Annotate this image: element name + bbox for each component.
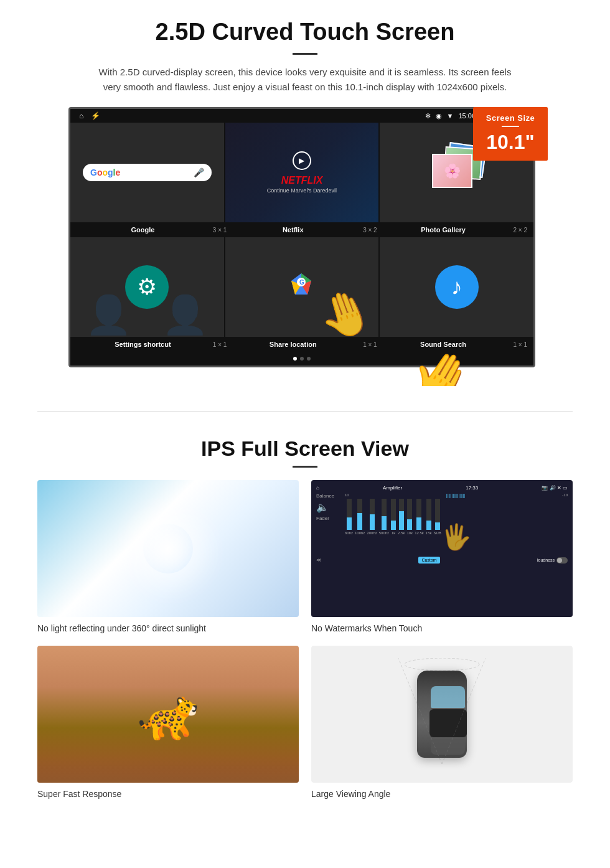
screen-size-badge: Screen Size 10.1" [473,107,548,161]
loudness-label: loudness [537,558,555,562]
netflix-content: ▶ NETFLIX Continue Marvel's Daredevil [225,145,379,200]
google-label: Google [77,226,209,234]
svg-text:G: G [299,279,304,286]
amp-sidebar: Balance 🔈 Fader 10 ||||||||||||||||| -10 [316,493,568,552]
feature-watermarks-img: ⌂ Amplifier 17:33 📷 🔊 ✕ ▭ Balance 🔈 Fade… [311,480,573,617]
device-container: Screen Size 10.1" ⌂ ⚡ ✻ ◉ ▼ 15:06 📷 🔊 ✕ [68,107,542,367]
android-screen: ⌂ ⚡ ✻ ◉ ▼ 15:06 📷 🔊 ✕ ▭ [68,107,535,367]
settings-app-cell[interactable]: ⚙ 👤 👤 [70,237,224,337]
sun-glow [143,524,193,573]
netflix-label: Netflix [227,226,359,234]
loudness-wrap: loudness [537,557,568,564]
feature-fast-label: Super Fast Response [37,789,299,799]
badge-underline [502,126,519,127]
dot-2[interactable] [300,357,304,361]
view-angle-svg [398,658,486,770]
svg-line-7 [442,658,486,764]
feature-sunlight-label: No light reflecting under 360° direct su… [37,623,299,633]
fader-label: Fader [316,516,341,521]
amplifier-screen: ⌂ Amplifier 17:33 📷 🔊 ✕ ▭ Balance 🔈 Fade… [311,480,573,617]
google-search-bar[interactable]: Google 🎤 [83,164,212,181]
car-top-view-container [311,646,573,783]
dot-3[interactable] [307,357,311,361]
toggle-knob [557,558,562,563]
signal-icon: ▼ [447,112,454,120]
photo-gallery-size: 2 × 2 [513,227,527,234]
feature-watermarks: ⌂ Amplifier 17:33 📷 🔊 ✕ ▭ Balance 🔈 Fade… [311,480,573,633]
settings-label: Settings shortcut [77,341,209,348]
sound-search-size: 1 × 1 [513,341,527,348]
cheetah-illustration: 🐆 [137,685,199,743]
feature-fast-img: 🐆 [37,646,299,783]
netflix-size: 3 × 2 [363,227,377,234]
cheetah-icon: 🐆 [137,685,199,743]
feature-grid: No light reflecting under 360° direct su… [37,480,573,799]
balance-label: Balance [316,493,341,499]
settings-size: 1 × 1 [213,341,227,348]
feature-viewing-label: Large Viewing Angle [311,789,573,799]
feature-watermarks-label: No Watermarks When Touch [311,623,573,633]
eq-scale: 10 ||||||||||||||||| -10 [345,493,568,498]
section1-title-underline [293,53,317,55]
section1-title: 2.5D Curved Touch Screen [37,19,573,45]
eq-section: 10 ||||||||||||||||| -10 60hz [345,493,568,552]
section2-title: IPS Full Screen View [37,436,573,461]
mic-icon[interactable]: 🎤 [194,167,204,177]
sky-background [37,480,299,617]
feature-viewing-img [311,646,573,783]
section1: 2.5D Curved Touch Screen With 2.5D curve… [0,0,610,399]
photo-gallery-label: Photo Gallery [377,226,510,234]
netflix-logo: NETFLIX [232,175,373,186]
ground-overlay [37,758,299,783]
google-maps-icon: G [288,271,316,303]
netflix-play-button[interactable]: ▶ [293,151,311,170]
status-bar: ⌂ ⚡ ✻ ◉ ▼ 15:06 📷 🔊 ✕ ▭ [70,109,533,123]
sound-search-cell[interactable]: ♪ [380,237,533,337]
google-logo: Google [90,167,120,177]
netflix-subtitle: Continue Marvel's Daredevil [232,187,373,194]
feature-viewing: Large Viewing Angle [311,646,573,799]
amp-controls: ≪ Custom loudness [316,557,568,564]
share-location-size: 1 × 1 [363,341,377,348]
amp-back-icon: ≪ [316,557,321,563]
svg-line-6 [398,658,442,764]
section1-description: With 2.5D curved-display screen, this de… [93,65,517,95]
dot-1[interactable] [293,357,297,361]
car-top-view [411,664,473,764]
amp-status-bar: ⌂ Amplifier 17:33 📷 🔊 ✕ ▭ [316,485,568,491]
app-grid-row2: ⚙ 👤 👤 [70,237,533,337]
cheetah-background: 🐆 [37,646,299,783]
sound-search-label: Sound Search [377,341,510,348]
google-size: 3 × 1 [213,227,227,234]
music-note-icon: ♪ [451,274,462,300]
volume-small-icon: 🔈 [316,501,341,513]
location-icon: ◉ [436,112,442,120]
google-app-cell[interactable]: Google 🎤 [70,123,224,222]
amp-home-icon: ⌂ [316,485,319,491]
custom-button[interactable]: Custom [418,557,439,564]
feature-fast: 🐆 Super Fast Response [37,646,299,799]
amp-title: Amplifier [383,485,402,491]
netflix-app-cell[interactable]: ▶ NETFLIX Continue Marvel's Daredevil [225,123,379,222]
section2: IPS Full Screen View No light reflecting… [0,424,610,818]
usb-icon: ⚡ [91,111,100,120]
loudness-toggle[interactable] [556,557,568,564]
badge-size: 10.1" [478,132,543,152]
app-labels-row2: Settings shortcut 1 × 1 Share location 1… [70,337,533,352]
share-location-cell[interactable]: G 🤚 [225,237,379,337]
hand-eq-icon: 🖐 [345,522,568,552]
app-grid-row1: Google 🎤 ▶ NETFLIX Continue Marvel's Dar… [70,123,533,222]
photo-layer-3: 🌸 [432,154,472,188]
svg-point-8 [405,658,479,671]
status-left: ⌂ ⚡ [79,111,100,120]
section-divider [37,411,573,412]
hand-pointing-icon: 🤚 [311,281,378,337]
amp-time: 17:33 [466,485,478,491]
feature-sunlight: No light reflecting under 360° direct su… [37,480,299,633]
share-location-label: Share location [227,341,359,348]
music-icon-wrap: ♪ [435,265,479,309]
amp-icons: 📷 🔊 ✕ ▭ [542,485,568,491]
bluetooth-icon: ✻ [425,112,431,120]
home-icon[interactable]: ⌂ [79,111,83,120]
app-labels-row1: Google 3 × 1 Netflix 3 × 2 Photo Gallery… [70,222,533,237]
